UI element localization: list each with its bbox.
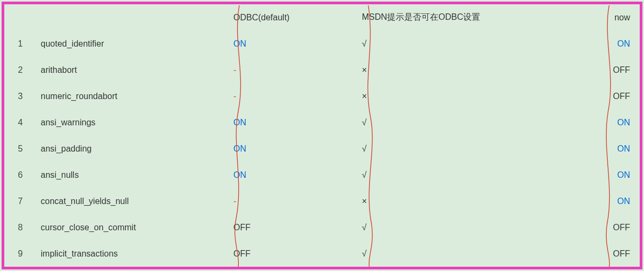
header-now: now [582,13,640,22]
now-value: ON [582,170,640,180]
row-number: 6 [4,170,36,180]
msdn-value: √ [358,223,582,232]
row-number: 2 [4,65,36,75]
msdn-value: √ [358,170,582,180]
setting-name: quoted_identifier [36,39,229,49]
settings-table: ODBC(default) MSDN提示是否可在ODBC设置 now 1quot… [4,4,640,267]
odbc-value: ON [229,118,358,127]
msdn-value: × [358,65,582,75]
msdn-value: √ [358,144,582,154]
msdn-value: √ [358,39,582,49]
row-number: 3 [4,92,36,101]
setting-name: concat_null_yields_null [36,197,229,206]
now-value: ON [582,144,640,154]
setting-name: arithabort [36,65,229,75]
row-number: 8 [4,223,36,232]
row-number: 4 [4,118,36,127]
now-value: ON [582,197,640,206]
header-msdn: MSDN提示是否可在ODBC设置 [358,12,582,23]
now-value: ON [582,118,640,127]
row-number: 5 [4,144,36,154]
msdn-value: × [358,92,582,101]
odbc-value: - [229,197,358,206]
now-value: ON [582,39,640,49]
setting-name: numeric_roundabort [36,92,229,101]
setting-name: cursor_close_on_commit [36,223,229,232]
odbc-value: ON [229,39,358,49]
setting-name: implicit_transactions [36,249,229,259]
now-value: OFF [582,223,640,232]
msdn-value: √ [358,118,582,127]
setting-name: ansi_warnings [36,118,229,127]
msdn-value: √ [358,249,582,259]
now-value: OFF [582,92,640,101]
now-value: OFF [582,249,640,259]
odbc-value: ON [229,170,358,180]
odbc-value: - [229,65,358,75]
odbc-value: - [229,92,358,101]
odbc-value: OFF [229,223,358,232]
odbc-value: ON [229,144,358,154]
odbc-value: OFF [229,249,358,259]
now-value: OFF [582,65,640,75]
setting-name: ansi_padding [36,144,229,154]
header-odbc: ODBC(default) [229,13,358,22]
setting-name: ansi_nulls [36,170,229,180]
row-number: 1 [4,39,36,49]
row-number: 9 [4,249,36,259]
row-number: 7 [4,197,36,206]
msdn-value: × [358,197,582,206]
